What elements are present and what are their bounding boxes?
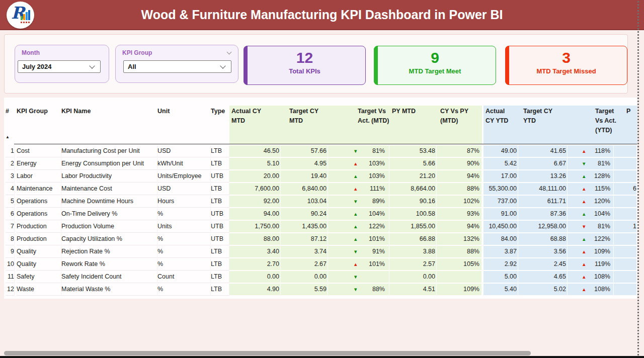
- month-dropdown-value: July 2024: [22, 63, 52, 70]
- cell-a_ytd: 49.00: [482, 145, 518, 157]
- column-header-kpi-group[interactable]: KPI Group: [17, 107, 57, 116]
- cell-t_mtd: 3.74: [281, 246, 328, 257]
- column-header-cy-vs-py-mtd[interactable]: CY Vs PY (MTD): [440, 107, 473, 126]
- cell-unit: Hours: [157, 196, 211, 208]
- cell-n: 10: [6, 258, 15, 271]
- trend-percent: 108%: [568, 284, 613, 295]
- clipped-cell: 6: [614, 183, 637, 195]
- cell-a_mtd: 46.50: [229, 145, 281, 157]
- cell-cyvpy_pct: [437, 271, 482, 283]
- kpi-group-slicer-label: KPI Group: [122, 49, 152, 56]
- column-header-unit[interactable]: Unit: [157, 107, 183, 116]
- cell-a_mtd: 7,600.00: [229, 183, 281, 195]
- clipped-cell: [614, 145, 637, 157]
- cell-py_mtd: 90.16: [389, 196, 437, 207]
- cell-a_mtd: 1,750.00: [229, 221, 281, 232]
- trend-percent: 108%: [568, 271, 613, 283]
- column-header-target-vs-act-mtd[interactable]: Target Vs Act. (MTD): [358, 107, 391, 126]
- clipped-cell: [614, 258, 637, 270]
- cell-group: Production: [17, 221, 61, 233]
- cell-unit: Units/Employee: [157, 170, 211, 183]
- column-header-actual-cy-ytd[interactable]: Actual CY YTD: [486, 107, 512, 126]
- cell-a_ytd: 55,300.00: [482, 183, 518, 195]
- cell-n: 11: [6, 271, 15, 283]
- logo-stars-icon: [21, 22, 30, 23]
- column-header-target-cy-mtd[interactable]: Target CY MTD: [289, 107, 334, 126]
- column-header-p[interactable]: P: [626, 107, 633, 116]
- cell-cyvpy_pct: 109%: [437, 284, 482, 295]
- clipped-cell: [614, 170, 637, 182]
- total-kpis-label: Total KPIs: [244, 67, 365, 75]
- column-header-actual-cy-mtd[interactable]: Actual CY MTD: [231, 107, 276, 126]
- cell-t_mtd: 1,435.00: [281, 221, 328, 232]
- cell-unit: %: [157, 208, 211, 220]
- table-row: 8ProductionCapacity Utilization %%UTB88.…: [4, 233, 637, 246]
- cell-t_mtd: 19.40: [281, 170, 328, 182]
- logo-barchart-icon: [21, 10, 30, 20]
- trend-cell: ▲118%: [568, 145, 614, 157]
- clipped-value: 6: [633, 183, 636, 195]
- column-header-py-mtd[interactable]: PY MTD: [392, 107, 423, 116]
- cell-group: Waste: [17, 284, 61, 296]
- trend-cell: ▼81%: [568, 158, 614, 169]
- trend-percent: 104%: [328, 208, 389, 220]
- cell-type: UTB: [211, 221, 229, 233]
- column-header-col[interactable]: #: [6, 107, 14, 116]
- cell-type: LTB: [211, 271, 229, 283]
- trend-percent: 101%: [328, 258, 389, 270]
- trend-percent: 81%: [328, 145, 389, 157]
- cell-group: Operations: [17, 208, 61, 220]
- clipped-cell: [614, 196, 637, 207]
- cell-group: Labor: [17, 170, 61, 183]
- cell-type: UTB: [211, 233, 229, 245]
- cell-n: 8: [6, 233, 15, 245]
- cell-n: 1: [6, 145, 15, 157]
- month-dropdown[interactable]: July 2024: [18, 60, 101, 73]
- column-header-type[interactable]: Type: [211, 107, 231, 116]
- table-row: 11SafetySafety Incident CountCountLTB0.0…: [4, 271, 637, 284]
- column-header-kpi-name[interactable]: KPI Name: [61, 107, 117, 116]
- filter-kpi-panel: Month July 2024 KPI Group All 12 Total K…: [4, 34, 628, 94]
- cell-t_mtd: 103.04: [281, 196, 328, 207]
- trend-percent: 81%: [568, 158, 613, 169]
- cell-group: Operations: [17, 196, 61, 208]
- cell-a_mtd: 94.00: [229, 208, 281, 220]
- cell-unit: %: [157, 258, 211, 271]
- cell-cyvpy_pct: 88%: [437, 246, 482, 257]
- column-header-target-vs-act-ytd[interactable]: Target Vs Act. (YTD): [595, 107, 620, 135]
- cell-unit: %: [157, 284, 211, 296]
- kpi-group-dropdown[interactable]: All: [123, 60, 231, 73]
- chevron-down-icon[interactable]: [220, 63, 225, 68]
- cell-t_mtd: 2.67: [281, 258, 328, 270]
- trend-percent: 109%: [568, 246, 613, 257]
- horizontal-scrollbar[interactable]: [4, 351, 531, 355]
- kpi-group-slicer: KPI Group All: [115, 45, 238, 83]
- chevron-down-icon[interactable]: [89, 63, 95, 68]
- table-row: 5OperationsMachine Downtime HoursHoursLT…: [4, 196, 637, 208]
- cell-py_mtd: 1,855.00: [389, 221, 437, 232]
- trend-percent: 118%: [568, 145, 613, 157]
- slicer-collapse-chevron-icon[interactable]: [227, 50, 232, 55]
- cell-type: LTB: [211, 196, 229, 208]
- trend-cell: ▲128%: [568, 170, 614, 182]
- table-row: 7ProductionProduction VolumeUnitsUTB1,75…: [4, 221, 637, 233]
- cell-type: LTB: [211, 183, 229, 195]
- cell-a_mtd: 2.70: [229, 258, 281, 270]
- vertical-scrollbar[interactable]: [637, 1, 639, 356]
- cell-py_mtd: 0.00: [389, 271, 437, 283]
- cell-name: Machine Downtime Hours: [61, 196, 157, 208]
- cell-cyvpy_pct: 132%: [437, 233, 482, 245]
- cell-unit: USD: [157, 145, 211, 157]
- cell-t_mtd: 5.59: [281, 284, 328, 295]
- cell-type: UTB: [211, 170, 229, 183]
- column-header-target-cy-ytd[interactable]: Target CY YTD: [523, 107, 558, 126]
- cell-n: 7: [6, 221, 15, 233]
- clipped-cell: [614, 271, 637, 283]
- mtd-target-missed-label: MTD Target Missed: [506, 67, 627, 75]
- cell-a_mtd: 0.00: [229, 271, 281, 283]
- cell-cyvpy_pct: 94%: [437, 170, 482, 182]
- trend-cell: ▼81%: [568, 221, 614, 232]
- table-row: 3LaborLabor ProductivityUnits/EmployeeUT…: [4, 170, 637, 183]
- trend-percent: 122%: [568, 233, 613, 245]
- trend-cell: ▲120%: [568, 196, 614, 207]
